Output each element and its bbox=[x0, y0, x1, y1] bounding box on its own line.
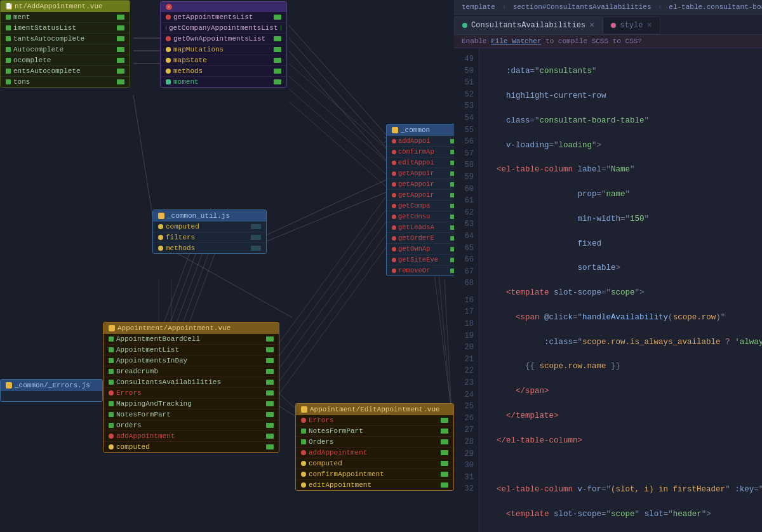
code-editor-panel: template › section#ConsultantsAvailabili… bbox=[454, 0, 762, 532]
file-watcher-bar: Enable File Watcher to compile SCSS to C… bbox=[454, 35, 762, 48]
common-util-label: _common_util.js bbox=[167, 212, 230, 220]
file-watcher-link[interactable]: File Watcher bbox=[491, 37, 541, 45]
tab-consultants-availabilities[interactable]: ConsultantsAvailabilities × bbox=[454, 17, 603, 34]
code-area[interactable]: 49 50 51 52 53 54 55 56 57 58 59 60 61 6… bbox=[454, 48, 762, 532]
svg-line-22 bbox=[289, 102, 391, 190]
svg-line-4 bbox=[289, 38, 391, 152]
node-util-module: ✕ getAppointmentsList getCompanyAppointm… bbox=[160, 1, 287, 88]
vue-icon bbox=[462, 23, 467, 28]
svg-line-15 bbox=[279, 203, 391, 356]
code-line-59: <span @click="handleAvailability(scope.r… bbox=[487, 312, 762, 324]
node-common: _common addAppoi confirmAp editAppoi get… bbox=[386, 124, 454, 276]
code-content[interactable]: :data="consultants" highlight-current-ro… bbox=[479, 48, 762, 532]
node-errors-js: _common/_Errors.js bbox=[0, 379, 103, 402]
tab-close-style[interactable]: × bbox=[646, 20, 652, 30]
tab-label-style: style bbox=[620, 21, 643, 30]
code-line-54: prop="name" bbox=[487, 189, 762, 201]
code-line-52: v-loading="loading"> bbox=[487, 140, 762, 152]
node-label: nt/AddAppointment.vue bbox=[15, 3, 103, 10]
node-edit-appointment: Appointment/EditAppointment.vue Errors N… bbox=[295, 403, 454, 491]
code-line-53: <el-table-column label="Name" bbox=[487, 164, 762, 176]
common-label: _common bbox=[401, 126, 430, 134]
errors-js-label: _common/_Errors.js bbox=[15, 382, 90, 389]
svg-line-8 bbox=[267, 178, 391, 235]
code-line-51: class="consultant-board-table" bbox=[487, 115, 762, 127]
line-numbers: 49 50 51 52 53 54 55 56 57 58 59 60 61 6… bbox=[454, 48, 479, 532]
dependency-graph-panel: 📄 nt/AddAppointment.vue ment imentStatus… bbox=[0, 0, 454, 532]
code-line-66: <el-table-column v-for="(slot, i) in fir… bbox=[487, 484, 762, 496]
breadcrumb-section: section#ConsultantsAvailabilities bbox=[513, 3, 652, 11]
svg-line-21 bbox=[289, 89, 391, 178]
edit-appointment-label: Appointment/EditAppointment.vue bbox=[310, 406, 440, 413]
svg-line-19 bbox=[289, 63, 391, 152]
code-line-61: {{ scope.row.name }} bbox=[487, 361, 762, 373]
code-line-56: fixed bbox=[487, 238, 762, 250]
svg-line-17 bbox=[279, 229, 391, 381]
tab-style[interactable]: style × bbox=[603, 17, 660, 34]
tab-label-consultants: ConsultantsAvailabilities bbox=[471, 21, 585, 30]
node-appointment-vue: Appointment/Appointment.vue AppointmentB… bbox=[103, 322, 279, 453]
code-line-63: </template> bbox=[487, 410, 762, 422]
svg-line-20 bbox=[289, 76, 391, 165]
code-line-62: </span> bbox=[487, 385, 762, 397]
code-line-50: highlight-current-row bbox=[487, 90, 762, 102]
code-line-64: </el-table-column> bbox=[487, 435, 762, 447]
code-line-55: min-width="150" bbox=[487, 213, 762, 225]
node-add-appointment: 📄 nt/AddAppointment.vue ment imentStatus… bbox=[0, 0, 130, 88]
code-line-67: <template slot-scope="scope" slot="heade… bbox=[487, 509, 762, 521]
editor-tabs: ConsultantsAvailabilities × style × bbox=[454, 15, 762, 35]
tab-close-consultants[interactable]: × bbox=[589, 20, 594, 30]
svg-line-3 bbox=[289, 25, 391, 140]
code-line-57: sortable> bbox=[487, 262, 762, 274]
scss-icon bbox=[611, 23, 616, 28]
svg-line-16 bbox=[279, 216, 391, 368]
code-line-65 bbox=[487, 459, 762, 471]
code-line-60: :class="scope.row.is_always_available ? … bbox=[487, 336, 762, 349]
breadcrumb-element: el-table.consultant-board-table bbox=[669, 3, 762, 11]
appointment-vue-label: Appointment/Appointment.vue bbox=[117, 324, 231, 332]
code-line-49: :data="consultants" bbox=[487, 65, 762, 77]
node-common-util: _common_util.js computed filters methods bbox=[152, 209, 267, 254]
code-line-58: <template slot-scope="scope"> bbox=[487, 287, 762, 299]
svg-line-18 bbox=[279, 241, 391, 394]
breadcrumb-template: template bbox=[462, 3, 495, 11]
editor-breadcrumb: template › section#ConsultantsAvailabili… bbox=[454, 0, 762, 15]
